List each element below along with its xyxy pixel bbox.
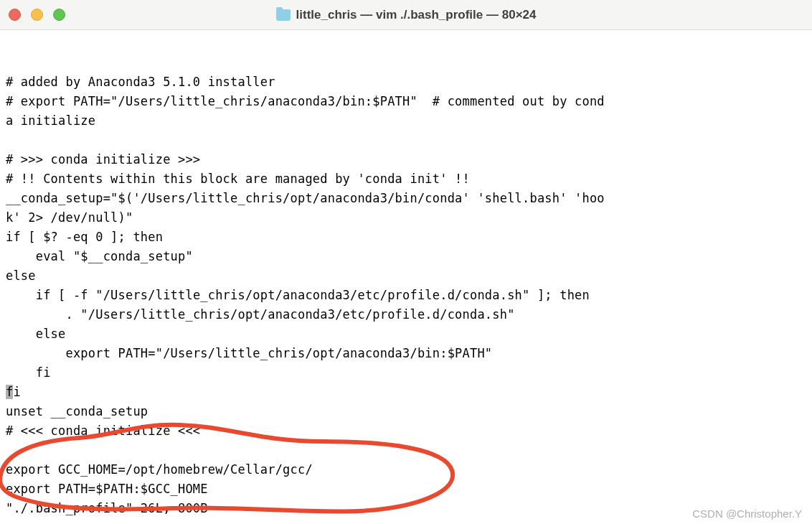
titlebar: little_chris — vim ./.bash_profile — 80×…	[0, 0, 812, 30]
window-title: little_chris — vim ./.bash_profile — 80×…	[296, 8, 537, 22]
terminal-editor[interactable]: # added by Anaconda3 5.1.0 installer # e…	[0, 30, 812, 524]
title-area: little_chris — vim ./.bash_profile — 80×…	[0, 8, 812, 22]
close-button[interactable]	[9, 9, 21, 21]
watermark: CSDN @Christopher.Y	[692, 507, 802, 520]
folder-icon	[276, 9, 291, 21]
traffic-lights	[9, 9, 65, 21]
minimize-button[interactable]	[31, 9, 43, 21]
editor-cursor: f	[6, 385, 13, 399]
maximize-button[interactable]	[53, 9, 65, 21]
